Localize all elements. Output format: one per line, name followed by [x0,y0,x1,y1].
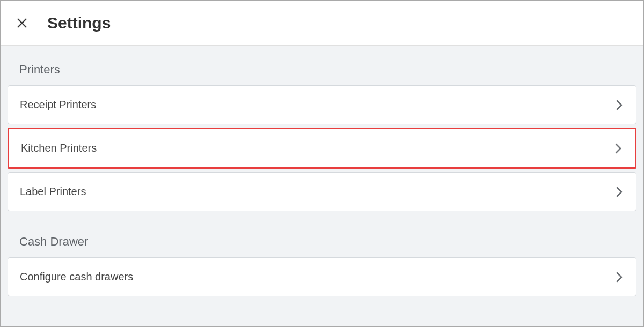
list-item-label: Receipt Printers [20,99,96,111]
settings-header: Settings [1,1,643,46]
list-item-configure-cash-drawers[interactable]: Configure cash drawers [8,257,636,296]
list-item-label: Kitchen Printers [21,142,97,154]
list-item-kitchen-printers[interactable]: Kitchen Printers [8,128,636,169]
chevron-right-icon [613,144,623,153]
list-item-label: Configure cash drawers [20,271,133,283]
settings-content: Printers Receipt Printers Kitchen Printe… [1,46,643,306]
close-icon[interactable] [16,17,28,29]
chevron-right-icon [614,187,624,197]
section-title-cash-drawer: Cash Drawer [8,228,636,257]
chevron-right-icon [614,272,624,282]
section-title-printers: Printers [8,56,636,85]
list-item-label-printers[interactable]: Label Printers [8,172,636,211]
list-item-receipt-printers[interactable]: Receipt Printers [8,85,636,124]
chevron-right-icon [614,100,624,110]
list-item-label: Label Printers [20,185,86,198]
page-title: Settings [47,14,111,32]
